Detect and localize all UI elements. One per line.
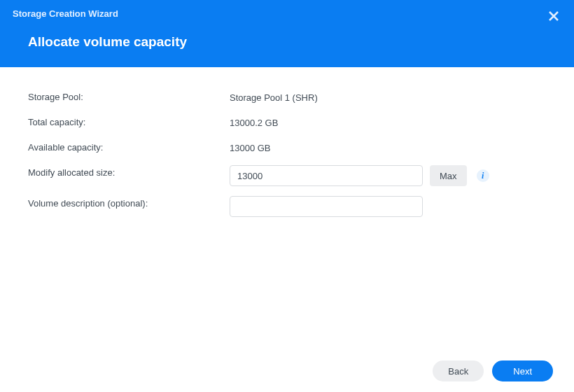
wizard-footer: Back Next <box>0 350 574 392</box>
wizard-title: Storage Creation Wizard <box>0 0 574 19</box>
available-capacity-label: Available capacity: <box>28 140 230 153</box>
back-button[interactable]: Back <box>433 360 484 382</box>
info-icon[interactable]: i <box>477 169 489 182</box>
allocated-size-label: Modify allocated size: <box>28 165 230 178</box>
close-button[interactable] <box>546 8 561 24</box>
volume-description-row: Volume description (optional): <box>28 196 546 217</box>
total-capacity-value: 13000.2 GB <box>230 118 278 128</box>
storage-pool-value: Storage Pool 1 (SHR) <box>230 92 318 103</box>
allocated-size-input[interactable] <box>230 165 423 186</box>
wizard-header: Storage Creation Wizard Allocate volume … <box>0 0 574 67</box>
max-button[interactable]: Max <box>430 165 467 186</box>
volume-description-input[interactable] <box>230 196 423 217</box>
total-capacity-row: Total capacity: 13000.2 GB <box>28 115 546 130</box>
available-capacity-value: 13000 GB <box>230 143 271 153</box>
available-capacity-row: Available capacity: 13000 GB <box>28 140 546 155</box>
volume-description-label: Volume description (optional): <box>28 196 230 209</box>
wizard-step-title: Allocate volume capacity <box>0 19 574 50</box>
storage-pool-label: Storage Pool: <box>28 90 230 102</box>
total-capacity-label: Total capacity: <box>28 115 230 127</box>
close-icon <box>549 11 559 21</box>
next-button[interactable]: Next <box>492 360 553 382</box>
wizard-content: Storage Pool: Storage Pool 1 (SHR) Total… <box>0 67 574 217</box>
allocated-size-row: Modify allocated size: Max i <box>28 165 546 186</box>
storage-pool-row: Storage Pool: Storage Pool 1 (SHR) <box>28 90 546 105</box>
